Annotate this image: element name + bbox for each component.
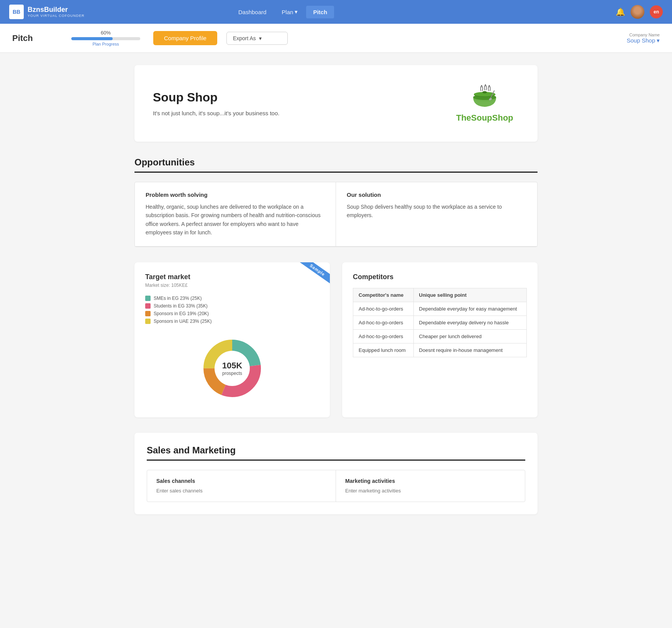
brand-icon: BB <box>9 5 24 19</box>
opp-label-0: Problem worth solving <box>146 191 325 198</box>
navbar-right: 🔔 en <box>616 5 663 19</box>
two-col-row: Sample Target market Market size: 105KE£… <box>134 262 538 417</box>
competitors-table: Competitor's name Unique selling point A… <box>353 288 527 357</box>
competitor-name-3: Equipped lunch room <box>353 343 414 357</box>
legend-item-0: SMEs in EG 23% (25K) <box>145 296 319 301</box>
main-content: Soup Shop It's not just lunch, it's soup… <box>125 53 547 527</box>
table-row: Ad-hoc-to-go-orders Cheaper per lunch de… <box>353 329 527 343</box>
hero-title: Soup Shop <box>153 90 279 105</box>
donut-center-num: 105K <box>222 361 243 371</box>
legend-item-1: Students in EG 33% (35K) <box>145 303 319 309</box>
opp-text-1: Soup Shop delivers healthy soup to the w… <box>347 203 526 220</box>
sales-marketing-section: Sales and Marketing Sales channels Marke… <box>134 433 538 514</box>
table-row: Ad-hoc-to-go-orders Dependable everyday … <box>353 316 527 329</box>
market-size-label: Market size: 105KE£ <box>145 283 319 288</box>
sales-channels-label: Sales channels <box>156 478 326 484</box>
donut-center-label: prospects <box>222 371 243 376</box>
legend: SMEs in EG 23% (25K) Students in EG 33% … <box>145 296 319 324</box>
target-market-title: Target market <box>145 273 319 281</box>
competitors-title: Competitors <box>353 273 527 281</box>
nav-links: Dashboard Plan ▾ Pitch <box>231 5 334 18</box>
competitor-usp-2: Cheaper per lunch delivered <box>413 329 526 343</box>
sales-channels-cell: Sales channels <box>147 470 336 502</box>
brand-name: BznsBuilder <box>28 6 85 14</box>
competitor-usp-3: Doesnt require in-house management <box>413 343 526 357</box>
opportunities-title: Opportunities <box>134 157 538 173</box>
chevron-down-icon: ▾ <box>295 8 298 15</box>
progress-percent: 60% <box>101 30 111 36</box>
progress-block: 60% Plan Progress <box>67 30 144 46</box>
navbar: BB BznsBuilder YOUR VIRTUAL COFOUNDER Da… <box>0 0 672 24</box>
competitor-usp-1: Dependable everyday delivery no hassle <box>413 316 526 329</box>
table-row: Equipped lunch room Doesnt require in-ho… <box>353 343 527 357</box>
col-header-name: Competitor's name <box>353 288 414 302</box>
company-name-block: Company Name Soup Shop ▾ <box>627 33 660 44</box>
target-market-card: Sample Target market Market size: 105KE£… <box>134 262 330 417</box>
soup-shop-logo: TheSoupShop <box>456 84 513 123</box>
table-row: Ad-hoc-to-go-orders Dependable everyday … <box>353 302 527 316</box>
opp-cell-0: Problem worth solving Healthy, organic, … <box>135 182 336 247</box>
notification-bell-icon[interactable]: 🔔 <box>616 7 625 16</box>
competitor-usp-0: Dependable everyday for easy management <box>413 302 526 316</box>
nav-dashboard[interactable]: Dashboard <box>231 6 273 18</box>
legend-item-3: Sponsors in UAE 23% (25K) <box>145 319 319 324</box>
opportunities-section: Opportunities Problem worth solving Heal… <box>134 157 538 247</box>
competitor-name-2: Ad-hoc-to-go-orders <box>353 329 414 343</box>
hero-subtitle: It's not just lunch, it's soup...it's yo… <box>153 110 279 116</box>
marketing-activities-label: Marketing activities <box>345 478 516 484</box>
brand-sub: YOUR VIRTUAL COFOUNDER <box>28 14 85 18</box>
company-profile-button[interactable]: Company Profile <box>153 31 217 45</box>
hero-text: Soup Shop It's not just lunch, it's soup… <box>153 90 279 116</box>
legend-item-2: Sponsors in EG 19% (20K) <box>145 311 319 316</box>
nav-plan[interactable]: Plan ▾ <box>275 5 305 18</box>
marketing-activities-input[interactable] <box>345 488 516 494</box>
page-title: Pitch <box>12 33 58 43</box>
opp-label-1: Our solution <box>347 191 526 198</box>
legend-dot-0 <box>145 296 151 301</box>
language-button[interactable]: en <box>650 5 663 18</box>
progress-bar-fill <box>71 37 113 40</box>
user-avatar[interactable] <box>631 5 644 19</box>
chevron-down-icon: ▾ <box>657 37 660 44</box>
svg-point-4 <box>482 91 487 93</box>
progress-label: Plan Progress <box>92 42 119 46</box>
brand-link[interactable]: BB BznsBuilder YOUR VIRTUAL COFOUNDER <box>9 5 85 19</box>
competitors-card: Competitors Competitor's name Unique sel… <box>342 262 538 417</box>
progress-bar <box>71 37 140 40</box>
legend-dot-3 <box>145 319 151 324</box>
competitor-name-1: Ad-hoc-to-go-orders <box>353 316 414 329</box>
hero-section: Soup Shop It's not just lunch, it's soup… <box>134 65 538 142</box>
legend-dot-1 <box>145 303 151 309</box>
soup-bowl-icon <box>469 84 500 111</box>
company-name-dropdown[interactable]: Soup Shop ▾ <box>627 37 660 44</box>
logo-text: TheSoupShop <box>456 113 513 123</box>
sales-channels-input[interactable] <box>156 488 326 494</box>
opportunities-grid: Problem worth solving Healthy, organic, … <box>134 182 538 247</box>
chevron-down-icon: ▾ <box>259 35 262 41</box>
donut-center: 105K prospects <box>222 361 243 376</box>
opp-cell-1: Our solution Soup Shop delivers healthy … <box>336 182 537 247</box>
opp-text-0: Healthy, organic, soup lunches are deliv… <box>146 203 325 237</box>
subheader: Pitch 60% Plan Progress Company Profile … <box>0 24 672 53</box>
company-name-label: Company Name <box>629 33 660 37</box>
col-header-usp: Unique selling point <box>413 288 526 302</box>
hero-logo: TheSoupShop <box>450 80 519 126</box>
export-as-select[interactable]: Export As ▾ <box>226 32 288 45</box>
donut-chart: 105K prospects <box>194 330 270 407</box>
sales-grid: Sales channels Marketing activities <box>147 470 525 502</box>
sales-marketing-title: Sales and Marketing <box>147 445 525 461</box>
legend-dot-2 <box>145 311 151 316</box>
competitor-name-0: Ad-hoc-to-go-orders <box>353 302 414 316</box>
nav-pitch[interactable]: Pitch <box>306 6 334 18</box>
marketing-activities-cell: Marketing activities <box>336 470 525 502</box>
